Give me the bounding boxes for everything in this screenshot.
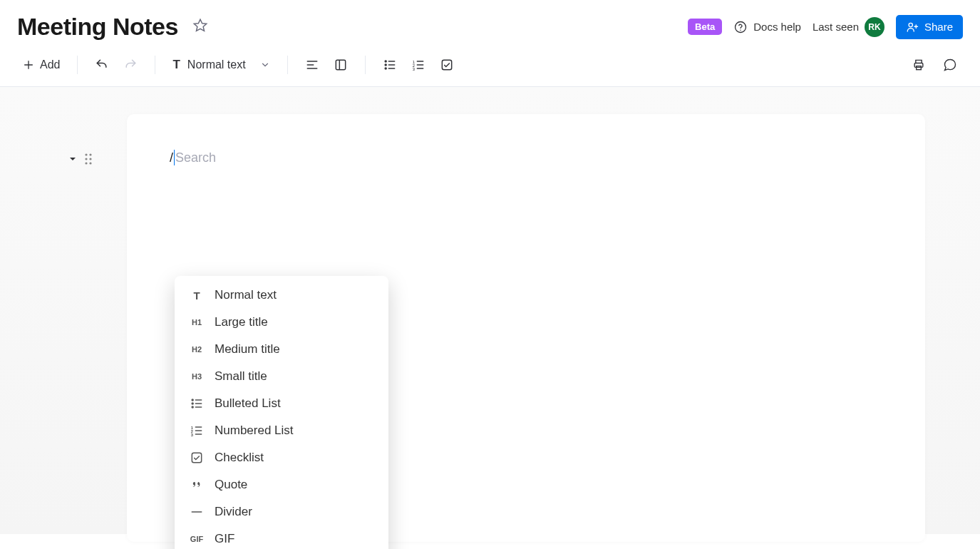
last-seen-group[interactable]: Last seen RK [813,17,884,37]
menu-checklist-icon [189,450,205,466]
avatar[interactable]: RK [865,17,884,37]
numbered-list-icon: 123 [411,58,425,72]
add-button[interactable]: Add [17,54,66,76]
menu-quote[interactable]: Quote [175,471,386,498]
svg-point-18 [89,162,91,164]
menu-normal-text[interactable]: TNormal text [175,282,386,309]
menu-divider-icon [189,504,205,520]
menu-gif-icon: GIF [189,531,205,547]
menu-small-title[interactable]: H3Small title [175,363,386,390]
svg-point-5 [385,64,386,66]
menu-numbered-list-icon: 123 [189,423,205,438]
menu-quote-label: Quote [215,478,247,492]
slash-command-menu: TNormal textH1Large titleH2Medium titleH… [175,276,388,549]
plus-icon [23,59,34,71]
text-icon: T [172,58,180,72]
header-bar: Meeting Notes Beta Docs help Last seen [0,0,980,48]
svg-point-14 [89,153,91,155]
svg-point-13 [85,153,87,155]
add-button-label: Add [40,58,60,71]
slash-command-input[interactable]: / Search [170,150,882,165]
svg-rect-25 [192,453,201,462]
star-icon [192,18,208,34]
menu-normal-text-icon: T [189,287,205,303]
align-left-icon [305,58,319,72]
undo-button[interactable] [89,53,115,76]
svg-text:3: 3 [412,67,414,71]
redo-button[interactable] [118,53,143,76]
text-style-label: Normal text [187,58,246,71]
layout-button[interactable] [328,53,354,76]
toolbar-divider [155,56,155,74]
svg-point-6 [385,68,386,69]
toolbar-divider [77,56,78,74]
docs-help-label: Docs help [753,21,801,33]
comment-icon [943,58,957,72]
svg-point-15 [85,158,87,160]
menu-gif[interactable]: GIFGIF [175,525,386,549]
document-title[interactable]: Meeting Notes [17,13,178,41]
menu-normal-text-label: Normal text [215,288,277,302]
header-left: Meeting Notes [17,13,211,41]
menu-quote-icon [189,477,205,493]
header-right: Beta Docs help Last seen RK [688,15,963,39]
menu-bulleted-list-label: Bulleted List [215,396,281,411]
slash-menu-list[interactable]: TNormal textH1Large titleH2Medium titleH… [175,282,388,549]
drag-handle-icon[interactable] [84,153,93,165]
layout-icon [334,58,348,72]
collapse-handle-icon[interactable] [68,155,77,163]
menu-numbered-list-label: Numbered List [215,424,294,438]
share-icon [906,21,919,34]
menu-divider[interactable]: Divider [175,498,386,525]
menu-medium-title-label: Medium title [215,342,280,356]
toolbar-divider [365,56,366,74]
menu-bulleted-list[interactable]: Bulleted List [175,390,386,417]
checklist-button[interactable] [434,53,460,76]
last-seen-label: Last seen [813,21,859,33]
svg-point-21 [192,406,193,408]
svg-point-16 [89,158,91,160]
comment-button[interactable] [937,53,963,76]
svg-point-0 [736,21,746,32]
share-button[interactable]: Share [896,15,963,39]
chevron-down-icon [260,60,270,70]
help-icon [733,20,748,34]
toolbar: Add T Normal text [0,48,980,87]
numbered-list-button[interactable]: 123 [406,53,431,76]
menu-medium-title[interactable]: H2Medium title [175,336,386,363]
text-style-select[interactable]: T Normal text [167,53,275,76]
print-icon [912,58,926,72]
menu-large-title[interactable]: H1Large title [175,309,386,336]
svg-rect-3 [336,60,345,69]
block-handles [68,153,93,165]
svg-rect-11 [914,63,923,68]
text-cursor [174,150,175,165]
favorite-button[interactable] [190,15,211,39]
menu-divider-label: Divider [215,505,252,519]
svg-point-1 [740,29,741,30]
svg-point-4 [385,61,386,62]
share-button-label: Share [924,21,953,33]
menu-numbered-list[interactable]: 123Numbered List [175,417,386,444]
align-button[interactable] [299,53,325,76]
menu-medium-title-icon: H2 [189,342,205,357]
svg-text:3: 3 [191,433,194,437]
svg-point-2 [909,23,912,26]
menu-large-title-icon: H1 [189,314,205,330]
print-button[interactable] [906,53,932,76]
bulleted-list-button[interactable] [377,53,403,76]
redo-icon [123,58,138,72]
slash-character: / [170,150,173,165]
undo-icon [95,58,109,72]
docs-help-button[interactable]: Docs help [733,20,801,34]
svg-rect-10 [442,60,451,69]
bulleted-list-icon [383,58,397,72]
menu-checklist[interactable]: Checklist [175,444,386,471]
menu-checklist-label: Checklist [215,451,264,465]
menu-small-title-label: Small title [215,369,267,384]
menu-small-title-icon: H3 [189,369,205,384]
menu-large-title-label: Large title [215,315,268,329]
menu-gif-label: GIF [215,532,234,546]
svg-point-20 [192,403,193,404]
svg-rect-12 [917,66,922,70]
